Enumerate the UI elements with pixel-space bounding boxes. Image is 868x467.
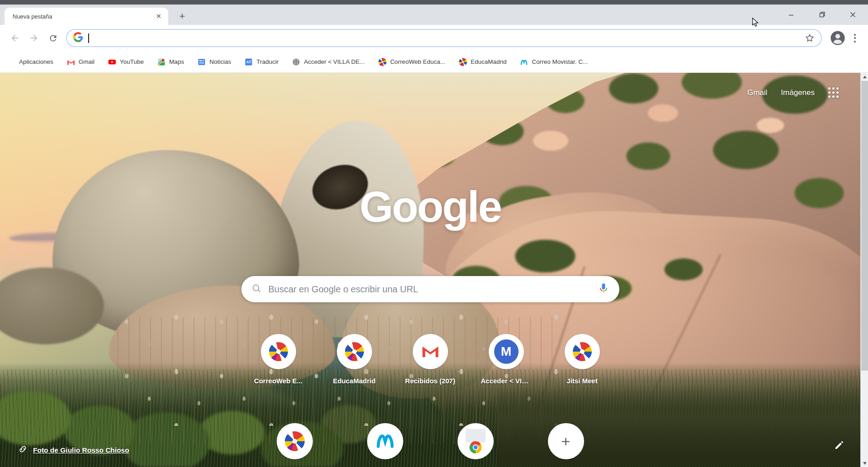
shortcut-acceder-villa[interactable]: M Acceder < VIL... bbox=[481, 334, 532, 385]
shortcut-educamadrid-2[interactable] bbox=[269, 423, 320, 459]
google-logo: Google bbox=[0, 185, 860, 229]
bookmark-label: Noticias bbox=[209, 58, 231, 65]
bookmark-youtube[interactable]: YouTube bbox=[108, 58, 144, 66]
browser-window: Nueva pestaña ✕ + bbox=[0, 0, 868, 467]
gmail-link[interactable]: Gmail bbox=[747, 88, 767, 97]
bookmark-label: Aplicaciones bbox=[19, 58, 53, 65]
bookmark-maps[interactable]: Maps bbox=[157, 58, 184, 66]
scrollbar-down-button[interactable] bbox=[861, 459, 868, 467]
photo-attribution-link[interactable]: Foto de Giulio Rosso Chioso bbox=[18, 444, 129, 456]
scrollbar[interactable] bbox=[860, 73, 868, 467]
bookmark-gmail[interactable]: Gmail bbox=[67, 58, 94, 66]
movistar-icon bbox=[520, 58, 528, 66]
bookmark-correoweb-educa[interactable]: CorreoWeb Educa... bbox=[378, 58, 445, 66]
globe-icon bbox=[292, 58, 300, 66]
shortcut-label: Acceder < VIL... bbox=[481, 377, 532, 385]
moodle-m-icon: M bbox=[494, 339, 519, 364]
page-header: Gmail Imágenes bbox=[747, 87, 839, 98]
shortcut-recibidos[interactable]: Recibidos (207) bbox=[405, 334, 456, 385]
attribution-text: Foto de Giulio Rosso Chioso bbox=[33, 446, 129, 454]
news-icon bbox=[198, 58, 206, 66]
bookmark-label: EducaMadrid bbox=[471, 58, 507, 65]
window-controls bbox=[776, 5, 868, 25]
window-frame-strip bbox=[0, 0, 868, 5]
gmail-icon bbox=[67, 58, 75, 66]
bookmark-noticias[interactable]: Noticias bbox=[198, 58, 231, 66]
restore-button[interactable] bbox=[807, 5, 837, 25]
ntp-overlay: Gmail Imágenes Google bbox=[0, 73, 860, 467]
bookmark-label: Gmail bbox=[79, 58, 94, 65]
shortcut-correoweb[interactable]: CorreoWeb E... bbox=[253, 334, 304, 385]
imagenes-link[interactable]: Imágenes bbox=[781, 88, 815, 97]
add-shortcut-button[interactable]: + bbox=[541, 423, 591, 459]
search-bar[interactable] bbox=[241, 276, 619, 302]
bookmark-star-icon[interactable] bbox=[805, 33, 815, 43]
tab-title: Nueva pestaña bbox=[13, 13, 154, 20]
shortcut-chrome-page[interactable] bbox=[450, 423, 501, 459]
search-input[interactable] bbox=[269, 284, 590, 295]
shortcut-tiles: CorreoWeb E... EducaMadrid Recibidos (20… bbox=[0, 334, 860, 385]
tab-close-icon[interactable]: ✕ bbox=[154, 11, 164, 21]
profile-avatar[interactable] bbox=[830, 30, 845, 46]
shortcut-label: Recibidos (207) bbox=[405, 377, 456, 385]
tab-nueva-pestana[interactable]: Nueva pestaña ✕ bbox=[5, 8, 168, 25]
close-window-button[interactable] bbox=[837, 5, 868, 25]
bookmark-educamadrid[interactable]: EducaMadrid bbox=[459, 58, 507, 66]
educamadrid-icon bbox=[285, 431, 305, 451]
educamadrid-icon bbox=[573, 342, 592, 361]
omnibox-input[interactable] bbox=[89, 34, 805, 42]
link-icon bbox=[18, 444, 28, 456]
scrollbar-thumb[interactable] bbox=[861, 81, 868, 371]
bookmark-label: CorreoWeb Educa... bbox=[390, 58, 445, 65]
bookmark-acceder-villa[interactable]: Acceder < VILLA DE... bbox=[292, 58, 365, 66]
maps-icon bbox=[157, 58, 165, 66]
bookmark-label: Traducir bbox=[256, 58, 278, 65]
shortcut-label: Jitsi Meet bbox=[557, 377, 608, 385]
educamadrid-icon bbox=[269, 342, 288, 361]
back-button[interactable] bbox=[5, 29, 24, 48]
bookmark-correo-movistar[interactable]: Correo Movistar. C... bbox=[520, 58, 588, 66]
youtube-icon bbox=[108, 58, 116, 66]
bookmark-label: Maps bbox=[169, 58, 184, 65]
educamadrid-icon bbox=[459, 58, 467, 66]
scrollbar-up-button[interactable] bbox=[861, 73, 868, 81]
omnibox[interactable] bbox=[66, 29, 822, 47]
bookmark-traducir[interactable]: A Traducir bbox=[245, 58, 278, 66]
apps-grid-icon bbox=[7, 58, 15, 66]
image-placeholder bbox=[466, 429, 486, 443]
google-apps-icon[interactable] bbox=[828, 87, 839, 98]
toolbar bbox=[0, 25, 868, 51]
translate-icon: A bbox=[245, 58, 253, 66]
customize-background-button[interactable] bbox=[834, 440, 844, 452]
new-tab-page: Gmail Imágenes Google bbox=[0, 73, 868, 467]
bookmark-aplicaciones[interactable]: Aplicaciones bbox=[7, 58, 53, 66]
shortcut-movistar[interactable] bbox=[360, 423, 410, 459]
gmail-icon bbox=[421, 344, 439, 359]
add-shortcut-icon: + bbox=[561, 434, 571, 449]
voice-search-icon[interactable] bbox=[598, 282, 609, 296]
svg-text:A: A bbox=[246, 60, 249, 64]
bookmark-label: Acceder < VILLA DE... bbox=[304, 58, 365, 65]
bookmark-label: YouTube bbox=[120, 58, 144, 65]
educamadrid-icon bbox=[378, 58, 387, 66]
shortcut-label: EducaMadrid bbox=[329, 377, 380, 385]
new-tab-button[interactable]: + bbox=[175, 10, 189, 23]
chrome-icon bbox=[469, 441, 481, 453]
movistar-icon bbox=[375, 430, 396, 453]
reload-button[interactable] bbox=[43, 29, 62, 48]
shortcut-jitsi[interactable]: Jitsi Meet bbox=[557, 334, 608, 385]
shortcut-educamadrid[interactable]: EducaMadrid bbox=[329, 334, 380, 385]
shortcut-label: CorreoWeb E... bbox=[253, 377, 304, 385]
google-favicon bbox=[73, 32, 83, 44]
search-icon bbox=[251, 283, 261, 295]
bookmark-label: Correo Movistar. C... bbox=[532, 58, 588, 65]
browser-menu-button[interactable] bbox=[848, 29, 862, 48]
bookmarks-bar: Aplicaciones Gmail YouTube Maps bbox=[0, 51, 868, 73]
tab-strip: Nueva pestaña ✕ + bbox=[0, 5, 868, 25]
forward-button[interactable] bbox=[24, 29, 43, 48]
minimize-button[interactable] bbox=[776, 5, 807, 25]
educamadrid-icon bbox=[345, 342, 364, 361]
